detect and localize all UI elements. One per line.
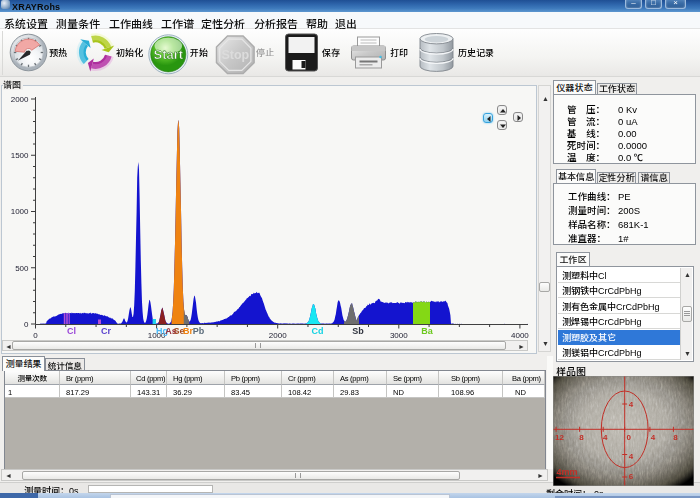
svg-text:Cd: Cd [312,326,324,336]
svg-text:4: 4 [603,433,608,442]
svg-text:3000: 3000 [390,331,408,340]
svg-text:6: 6 [629,472,634,481]
svg-text:Cr: Cr [101,326,111,336]
svg-text:4: 4 [651,433,656,442]
svg-text:2000: 2000 [11,95,29,104]
svg-text:Cl: Cl [67,326,76,336]
svg-text:500: 500 [15,264,29,273]
svg-text:Sb: Sb [352,326,364,336]
svg-text:8: 8 [579,433,584,442]
svg-text:1500: 1500 [11,151,29,160]
svg-text:Ba: Ba [421,326,433,336]
svg-text:8: 8 [673,433,678,442]
svg-text:4000: 4000 [511,331,529,340]
svg-text:0: 0 [626,433,631,442]
svg-text:Pb: Pb [193,326,205,336]
svg-text:Start: Start [153,47,183,62]
svg-text:4: 4 [629,400,634,409]
svg-text:4mm: 4mm [556,467,577,477]
svg-text:Stop: Stop [221,48,249,62]
svg-text:0: 0 [24,320,29,329]
svg-text:12: 12 [555,433,564,442]
svg-text:1000: 1000 [11,207,29,216]
svg-text:2000: 2000 [269,331,287,340]
svg-text:0: 0 [33,331,38,340]
svg-text:4: 4 [629,452,634,461]
